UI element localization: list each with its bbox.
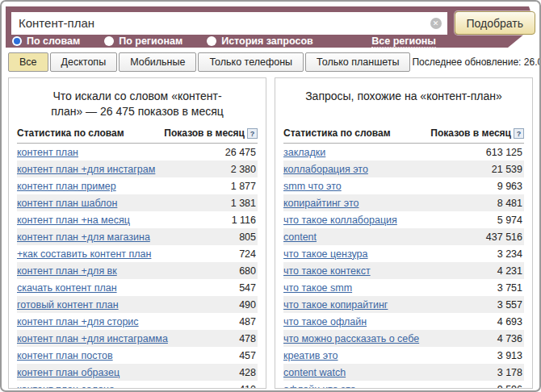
keyword-link[interactable]: копирайтинг это (283, 198, 359, 209)
shows-value: 4 693 (497, 316, 522, 327)
radio-by-words[interactable]: По словам (12, 35, 80, 47)
tab-all[interactable]: Все (8, 52, 48, 72)
keyword-link[interactable]: контент план +для инстаграмма (17, 333, 168, 344)
keyword-link[interactable]: готовый контент план (17, 299, 119, 311)
keyword-link[interactable]: контент план образец (17, 367, 120, 378)
shows-value: 8 481 (497, 198, 522, 209)
table-row: контент план салона410 (17, 381, 258, 389)
table-row: контент план +для инстаграмма478 (17, 330, 258, 347)
table-row: контент план образец428 (17, 364, 258, 381)
shows-value: 487 (239, 316, 256, 327)
shows-value: 2 380 (231, 164, 256, 175)
table-row: +как составить контент план724 (17, 245, 258, 262)
keyword-column-header: Статистика по словам (283, 127, 391, 139)
device-toolbar: Все Десктопы Мобильные Только телефоны Т… (8, 52, 533, 72)
keyword-link[interactable]: content (283, 231, 317, 243)
keywords-table-header: Статистика по словам Показов в месяц ? (17, 123, 258, 144)
table-row: готовый контент план490 (17, 296, 258, 313)
shows-value: 3 234 (497, 248, 522, 260)
tab-phones-only[interactable]: Только телефоны (198, 52, 304, 72)
panel-title: Запросы, похожие на «контент-план» (283, 89, 524, 121)
keyword-link[interactable]: что такое копирайтинг (283, 299, 388, 311)
keyword-column-header: Статистика по словам (17, 127, 124, 139)
table-row: content437 516 (283, 228, 524, 245)
help-icon[interactable]: ? (247, 128, 258, 139)
table-row: smm что это9 963 (283, 177, 524, 194)
table-row: контент план шаблон1 381 (17, 194, 258, 211)
keyword-link[interactable]: что такое smm (283, 282, 352, 294)
table-row: контент план +для магазина805 (17, 228, 258, 245)
results-area: Что искали со словом «контент- план» — 2… (8, 77, 533, 389)
table-row: что такое офлайн4 693 (283, 313, 524, 330)
keyword-link[interactable]: что такое контекст (283, 265, 371, 277)
shows-value: 490 (239, 299, 256, 311)
shows-column-header: Показов в месяц (430, 127, 511, 139)
shows-value: 428 (239, 367, 256, 378)
table-row: что такое smm3 751 (283, 279, 524, 296)
shows-value: 547 (239, 282, 256, 294)
tab-mobile[interactable]: Мобильные (119, 52, 196, 72)
table-row: копирайтинг это8 481 (283, 194, 524, 211)
keyword-link[interactable]: контент план +для магазина (17, 231, 150, 243)
keyword-link[interactable]: что такое цензура (283, 248, 368, 260)
radio-label: По регионам (119, 35, 182, 47)
keyword-link[interactable]: контент план +для сторис (17, 316, 139, 327)
keyword-link[interactable]: content watch (283, 367, 346, 378)
table-row: контент план +для инстаграм2 380 (17, 161, 258, 177)
keyword-link[interactable]: креатив это (283, 350, 338, 361)
radio-dot-icon (207, 36, 216, 46)
keyword-link[interactable]: скачать контент план (17, 282, 117, 294)
table-row: что такое коллаборация5 974 (283, 211, 524, 228)
shows-value: 9 596 (497, 384, 522, 390)
keyword-link[interactable]: +как составить контент план (17, 248, 151, 260)
last-update-text: Последнее обновление: 26.05.2022 (412, 56, 541, 68)
keyword-link[interactable]: контент план пример (17, 181, 116, 192)
help-icon[interactable]: ? (514, 128, 524, 139)
keyword-link[interactable]: что такое офлайн (283, 316, 367, 327)
search-input[interactable] (11, 12, 447, 35)
tab-desktops[interactable]: Десктопы (50, 52, 118, 72)
keywords-table: закладки613 125коллаборация это21 539smm… (283, 144, 524, 389)
shows-value: 5 974 (497, 215, 522, 226)
keyword-link[interactable]: офлайн что это (283, 384, 356, 390)
keyword-link[interactable]: что можно рассказать о себе (283, 333, 419, 344)
shows-column-header: Показов в месяц (164, 127, 245, 139)
keyword-link[interactable]: контент план постов (17, 350, 113, 361)
keyword-link[interactable]: закладки (283, 147, 325, 158)
shows-value: 3 178 (497, 367, 522, 378)
panel-title-line: план» — 26 475 показов в месяц (17, 104, 258, 119)
keywords-table-header: Статистика по словам Показов в месяц ? (283, 123, 524, 144)
shows-value: 1 381 (231, 198, 256, 209)
keyword-link[interactable]: контент план (17, 147, 78, 158)
keyword-link[interactable]: smm что это (283, 181, 342, 192)
all-regions-link[interactable]: Все регионы (371, 35, 436, 48)
shows-value: 437 516 (486, 231, 522, 243)
table-row: что можно рассказать о себе4 736 (283, 330, 524, 347)
table-row: что такое цензура3 234 (283, 245, 524, 262)
keyword-link[interactable]: контент план +для вк (17, 265, 117, 277)
table-row: content watch3 178 (283, 364, 524, 381)
keyword-link[interactable]: контент план салона (17, 384, 115, 390)
keyword-link[interactable]: контент план +на месяц (17, 215, 130, 226)
keyword-link[interactable]: коллаборация это (283, 164, 368, 175)
table-row: коллаборация это21 539 (283, 161, 524, 177)
table-row: что такое контекст4 231 (283, 262, 524, 279)
panel-title: Что искали со словом «контент- план» — 2… (17, 89, 258, 121)
radio-label: История запросов (221, 35, 313, 47)
keyword-link[interactable]: контент план шаблон (17, 198, 117, 209)
select-button[interactable]: Подобрать (455, 11, 536, 35)
table-row: контент план +для вк680 (17, 262, 258, 279)
clear-search-icon[interactable]: ✕ (430, 18, 442, 29)
keywords-table: контент план26 475контент план +для инст… (17, 144, 258, 389)
tab-tablets-only[interactable]: Только планшеты (305, 52, 410, 72)
radio-by-regions[interactable]: По регионам (104, 35, 182, 47)
table-row: контент план +для сторис487 (17, 313, 258, 330)
radio-label: По словам (27, 35, 80, 47)
header: ✕ Подобрать По словам По регионам Истори… (6, 6, 535, 48)
radio-history[interactable]: История запросов (207, 35, 313, 47)
keyword-link[interactable]: контент план +для инстаграм (17, 164, 155, 175)
table-row: контент план постов457 (17, 347, 258, 364)
shows-value: 613 125 (486, 147, 522, 158)
keyword-link[interactable]: что такое коллаборация (283, 215, 397, 226)
shows-value: 478 (239, 333, 256, 344)
